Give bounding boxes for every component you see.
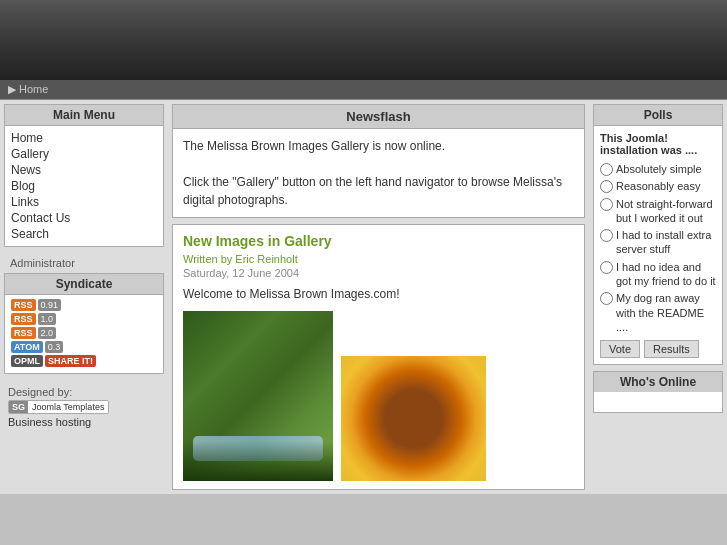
article-images: [183, 311, 574, 481]
poll-radio-1[interactable]: [600, 180, 613, 193]
newsflash-line1: The Melissa Brown Images Gallery is now …: [183, 137, 574, 155]
poll-option-label-5: My dog ran away with the README ....: [616, 291, 716, 334]
newsflash-body: The Melissa Brown Images Gallery is now …: [173, 129, 584, 217]
center-content: Newsflash The Melissa Brown Images Galle…: [168, 100, 589, 494]
polls-body: This Joomla! installation was .... Absol…: [594, 126, 722, 364]
poll-radio-3[interactable]: [600, 229, 613, 242]
poll-option-4: I had no idea and got my friend to do it: [600, 260, 716, 289]
poll-radio-5[interactable]: [600, 292, 613, 305]
rss-label: RSS: [11, 327, 36, 339]
article-author: Written by Eric Reinholt: [183, 253, 574, 265]
main-wrapper: Main Menu Home Gallery News Blog Links C…: [0, 100, 727, 494]
atom-label: ATOM: [11, 341, 43, 353]
stream-decoration: [193, 436, 323, 461]
main-menu-title: Main Menu: [5, 105, 163, 126]
article-date: Saturday, 12 June 2004: [183, 267, 574, 279]
left-sidebar: Main Menu Home Gallery News Blog Links C…: [0, 100, 168, 494]
joomla-badge-right: Joomla Templates: [28, 401, 108, 413]
rss-label: RSS: [11, 313, 36, 325]
whos-online-body: [594, 392, 722, 412]
opml-label: OPML: [11, 355, 43, 367]
rss-version-091: 0.91: [38, 299, 62, 311]
designed-by-section: Designed by: SG Joomla Templates Busines…: [4, 380, 164, 434]
sunflower-image: [341, 356, 486, 481]
list-item: Blog: [11, 178, 157, 194]
admin-label: Administrator: [4, 253, 164, 273]
rss-badge-10[interactable]: RSS 1.0: [11, 313, 157, 325]
whos-online-title: Who's Online: [594, 372, 722, 392]
poll-option-label-4: I had no idea and got my friend to do it: [616, 260, 716, 289]
atom-badge[interactable]: ATOM 0.3: [11, 341, 157, 353]
results-button[interactable]: Results: [644, 340, 699, 358]
list-item: Gallery: [11, 146, 157, 162]
rss-label: RSS: [11, 299, 36, 311]
article-box: New Images in Gallery Written by Eric Re…: [172, 224, 585, 490]
rss-badge-091[interactable]: RSS 0.91: [11, 299, 157, 311]
poll-option-1: Reasonably easy: [600, 179, 716, 193]
breadcrumb-text: Home: [19, 83, 48, 95]
rss-version-20: 2.0: [38, 327, 57, 339]
poll-option-3: I had to install extra server stuff: [600, 228, 716, 257]
poll-radio-0[interactable]: [600, 163, 613, 176]
article-body: Welcome to Melissa Brown Images.com!: [183, 287, 574, 301]
syndicate-box: Syndicate RSS 0.91 RSS 1.0 RSS 2.0 ATOM …: [4, 273, 164, 374]
poll-option-2: Not straight-forward but I worked it out: [600, 197, 716, 226]
joomla-templates-badge[interactable]: SG Joomla Templates: [8, 398, 160, 416]
menu-item-gallery[interactable]: Gallery: [11, 146, 157, 162]
main-menu-list: Home Gallery News Blog Links Contact Us …: [5, 126, 163, 246]
rss-badge-20[interactable]: RSS 2.0: [11, 327, 157, 339]
whos-online-box: Who's Online: [593, 371, 723, 413]
menu-item-links[interactable]: Links: [11, 194, 157, 210]
syndicate-title: Syndicate: [5, 274, 163, 295]
forest-stream-image: [183, 311, 333, 481]
rss-version-10: 1.0: [38, 313, 57, 325]
poll-option-label-3: I had to install extra server stuff: [616, 228, 716, 257]
newsflash-box: Newsflash The Melissa Brown Images Galle…: [172, 104, 585, 218]
poll-radio-2[interactable]: [600, 198, 613, 211]
list-item: Contact Us: [11, 210, 157, 226]
right-sidebar: Polls This Joomla! installation was ....…: [589, 100, 727, 494]
opml-share-badge[interactable]: OPML SHARE IT!: [11, 355, 157, 367]
polls-buttons: Vote Results: [600, 340, 716, 358]
menu-item-search[interactable]: Search: [11, 226, 157, 242]
list-item: News: [11, 162, 157, 178]
polls-box: Polls This Joomla! installation was ....…: [593, 104, 723, 365]
menu-item-contact[interactable]: Contact Us: [11, 210, 157, 226]
business-hosting-link[interactable]: Business hosting: [8, 416, 160, 428]
list-item: Home: [11, 130, 157, 146]
vote-button[interactable]: Vote: [600, 340, 640, 358]
list-item: Links: [11, 194, 157, 210]
main-menu-box: Main Menu Home Gallery News Blog Links C…: [4, 104, 164, 247]
menu-item-home[interactable]: Home: [11, 130, 157, 146]
atom-version: 0.3: [45, 341, 64, 353]
poll-option-label-2: Not straight-forward but I worked it out: [616, 197, 716, 226]
polls-question: This Joomla! installation was ....: [600, 132, 716, 156]
shareit-label: SHARE IT!: [45, 355, 96, 367]
newsflash-title: Newsflash: [173, 105, 584, 129]
menu-item-news[interactable]: News: [11, 162, 157, 178]
poll-option-0: Absolutely simple: [600, 162, 716, 176]
designed-by-label: Designed by:: [8, 386, 160, 398]
breadcrumb-arrow: ▶: [8, 83, 16, 95]
menu-item-blog[interactable]: Blog: [11, 178, 157, 194]
poll-option-5: My dog ran away with the README ....: [600, 291, 716, 334]
breadcrumb: ▶ Home: [0, 80, 727, 100]
polls-title: Polls: [594, 105, 722, 126]
article-title: New Images in Gallery: [183, 233, 574, 249]
newsflash-line2: Click the "Gallery" button on the left h…: [183, 173, 574, 209]
joomla-badge-left: SG: [9, 401, 28, 413]
header-banner: [0, 0, 727, 80]
poll-option-label-0: Absolutely simple: [616, 162, 702, 176]
syndicate-content: RSS 0.91 RSS 1.0 RSS 2.0 ATOM 0.3 OPML: [5, 295, 163, 373]
poll-radio-4[interactable]: [600, 261, 613, 274]
poll-option-label-1: Reasonably easy: [616, 179, 700, 193]
list-item: Search: [11, 226, 157, 242]
